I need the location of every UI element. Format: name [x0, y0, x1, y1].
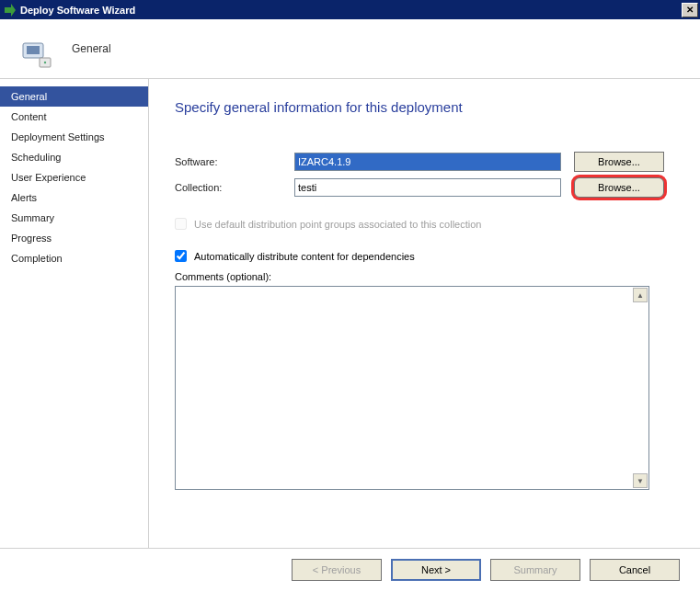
previous-button: < Previous: [292, 559, 382, 581]
wizard-footer: < Previous Next > Summary Cancel: [0, 548, 700, 590]
scroll-down-icon[interactable]: ▼: [633, 473, 648, 488]
header-section-title: General: [72, 42, 111, 55]
content-pane: Specify general information for this dep…: [149, 79, 700, 548]
sidebar-item-scheduling[interactable]: Scheduling: [0, 147, 148, 167]
app-icon: [2, 3, 17, 17]
comments-label: Comments (optional):: [175, 271, 674, 282]
software-input[interactable]: [294, 153, 561, 171]
software-row: Software: Browse...: [175, 152, 674, 172]
svg-rect-2: [27, 46, 40, 54]
main-area: General Content Deployment Settings Sche…: [0, 79, 700, 548]
titlebar-text: Deploy Software Wizard: [20, 5, 682, 16]
sidebar-item-summary[interactable]: Summary: [0, 208, 148, 228]
comments-textarea[interactable]: ▲ ▼: [175, 286, 649, 490]
browse-software-button[interactable]: Browse...: [574, 152, 664, 172]
collection-row: Collection: Browse...: [175, 177, 674, 198]
sidebar-item-content[interactable]: Content: [0, 107, 148, 127]
summary-button: Summary: [490, 559, 580, 581]
sidebar-item-alerts[interactable]: Alerts: [0, 188, 148, 208]
collection-input[interactable]: [294, 178, 561, 197]
wizard-header-icon: [14, 27, 58, 71]
sidebar-item-progress[interactable]: Progress: [0, 228, 148, 248]
sidebar-item-deployment-settings[interactable]: Deployment Settings: [0, 127, 148, 147]
auto-distribute-checkbox[interactable]: [175, 250, 187, 262]
cancel-button[interactable]: Cancel: [590, 559, 680, 581]
browse-collection-button[interactable]: Browse...: [574, 177, 664, 198]
collection-label: Collection:: [175, 182, 294, 193]
auto-distribute-checkbox-row[interactable]: Automatically distribute content for dep…: [175, 250, 674, 262]
sidebar-item-user-experience[interactable]: User Experience: [0, 167, 148, 188]
use-default-checkbox-row: Use default distribution point groups as…: [175, 218, 674, 230]
header-band: General: [0, 19, 700, 79]
svg-point-4: [44, 62, 46, 63]
software-label: Software:: [175, 156, 294, 167]
titlebar: Deploy Software Wizard ✕: [0, 0, 700, 19]
sidebar-item-completion[interactable]: Completion: [0, 248, 148, 268]
use-default-checkbox: [175, 218, 187, 230]
auto-distribute-label: Automatically distribute content for dep…: [194, 251, 415, 262]
next-button[interactable]: Next >: [391, 559, 481, 581]
svg-marker-0: [5, 4, 16, 17]
wizard-sidebar: General Content Deployment Settings Sche…: [0, 79, 149, 548]
close-button[interactable]: ✕: [682, 3, 698, 17]
page-title: Specify general information for this dep…: [175, 99, 674, 115]
scroll-up-icon[interactable]: ▲: [633, 288, 648, 302]
sidebar-item-general[interactable]: General: [0, 86, 148, 107]
use-default-label: Use default distribution point groups as…: [194, 219, 481, 230]
